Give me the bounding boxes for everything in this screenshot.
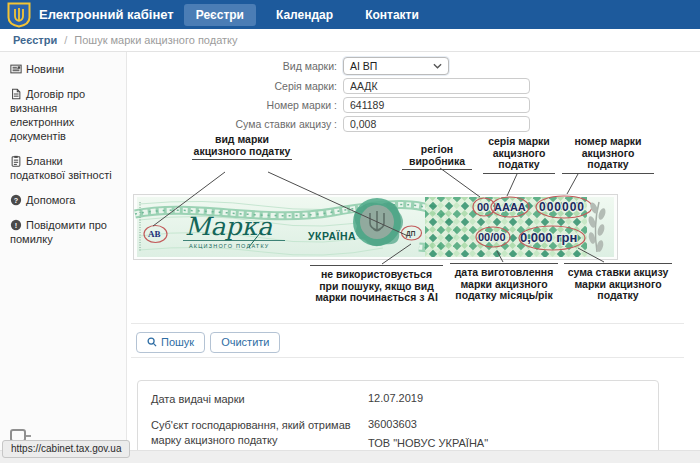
main-content: Вид марки: АІ ВП Серія марки: Номер марк… [127,52,700,463]
stamp-series-placeholder: АААА [494,201,526,213]
stamp-series-label: Серія марки: [127,80,343,92]
error-icon: ! [10,219,22,231]
sidebar-item-label: Повідомити про помилку [10,219,107,245]
sidebar-item-label: Новини [26,63,64,75]
stamp-amount-placeholder: 0,000 грн [520,230,577,245]
search-icon [147,337,157,347]
app-window: Електронний кабінет Реєстри Календар Кон… [0,0,700,463]
stamp-type-selected-value: АІ ВП [350,60,377,72]
stamp-type-label: Вид марки: [127,60,343,72]
divider-above-buttons [131,323,684,324]
annotation-number: номер марки акцизного податку [562,136,654,174]
result-label: Дата видачі марки [151,392,355,411]
annotation-amount: сума ставки акцизу марки акцизного подат… [564,263,672,302]
sidebar-item-news[interactable]: Новини [10,62,118,76]
divider-above-results [131,357,684,358]
sidebar: Новини Договір про визнання електронних … [0,52,127,463]
result-value-issue-date: 12.07.2019 [368,392,645,405]
breadcrumb-current: Пошук марки акцизного податку [74,34,237,46]
forms-icon [10,155,22,167]
search-button-label: Пошук [161,336,194,348]
document-icon [10,88,22,100]
breadcrumb: Реєстри / Пошук марки акцизного податку [0,29,700,52]
result-row-issue-date: Дата видачі марки 12.07.2019 [151,392,645,411]
excise-stamp-image: АВ Марка АКЦИЗНОГО ПОДАТКУ УКРАЇНА [133,194,618,260]
form-actions: Пошук Очистити [136,332,280,353]
stamp-number-placeholder: 000000 [539,200,585,214]
sidebar-item-report-error[interactable]: ! Повідомити про помилку [10,218,118,246]
clear-button[interactable]: Очистити [210,332,280,353]
sidebar-item-label: Бланки податкової звітності [10,155,112,181]
status-url-tooltip: https://cabinet.tax.gov.ua [2,440,130,458]
annotation-type: вид марки акцизного податку [192,134,292,160]
svg-text:!: ! [15,221,17,230]
stamp-type-code: АВ [148,229,161,239]
top-header: Електронний кабінет Реєстри Календар Кон… [0,0,700,29]
stamp-producer-code: ДП [406,230,416,238]
clear-button-label: Очистити [221,336,269,348]
coat-of-arms-logo-icon[interactable] [7,2,31,28]
stamp-date-placeholder: 00/00 [478,231,506,243]
breadcrumb-separator: / [64,34,67,46]
stamp-subtitle: АКЦИЗНОГО ПОДАТКУ [189,243,270,249]
main-nav: Реєстри Календар Контакти [184,0,439,29]
search-button[interactable]: Пошук [136,332,205,353]
annotation-region: регіон виробника [402,144,472,170]
excise-rate-label: Сума ставки акцизу : [127,118,343,130]
stamp-number-input[interactable] [343,97,530,113]
chevron-down-icon [433,63,442,69]
result-value-entity-name: ТОВ "НОВУС УКРАЇНА" [368,437,645,450]
sidebar-item-help[interactable]: ? Допомога [10,193,118,207]
stamp-annotation-diagram: вид марки акцизного податку регіон вироб… [130,130,700,326]
sidebar-item-forms[interactable]: Бланки податкової звітності [10,154,118,182]
nav-item-contacts[interactable]: Контакти [353,4,431,26]
result-value-entity-code: 36003603 [368,418,645,431]
breadcrumb-root-link[interactable]: Реєстри [13,34,57,46]
annotation-not-used: не використовується при пошуку, якщо вид… [310,265,443,304]
sidebar-item-label: Допомога [26,194,75,206]
stamp-number-label: Номер марки : [127,99,343,111]
stamp-country: УКРАЇНА [308,230,356,242]
news-icon [10,63,22,75]
stamp-region-placeholder: 00 [477,201,489,213]
help-icon: ? [10,194,22,206]
sidebar-item-agreement[interactable]: Договір про визнання електронних докумен… [10,87,118,143]
nav-item-registers[interactable]: Реєстри [184,4,256,26]
stamp-title: Марка [185,212,272,241]
trident-seal-icon [353,198,403,246]
svg-text:?: ? [14,196,19,205]
annotation-series: серія марки акцизного податку [483,136,555,174]
stamp-search-form: Вид марки: АІ ВП Серія марки: Номер марк… [127,57,530,135]
stamp-type-select[interactable]: АІ ВП [343,57,449,75]
app-title: Електронний кабінет [39,7,174,22]
annotation-date: дата виготовлення марки акцизного податк… [450,263,558,302]
stamp-series-input[interactable] [343,78,530,94]
nav-item-calendar[interactable]: Календар [264,4,345,26]
